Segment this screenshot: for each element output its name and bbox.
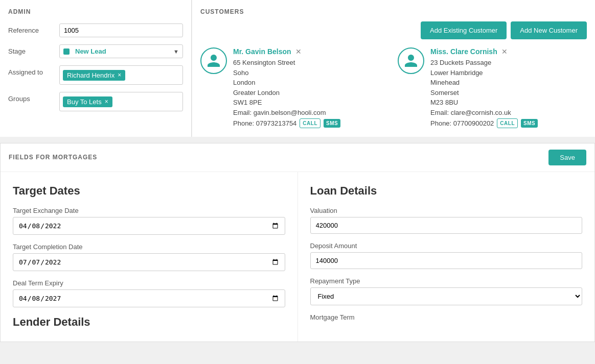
deal-expiry-label: Deal Term Expiry bbox=[13, 279, 285, 287]
assigned-tag-richard[interactable]: Richard Hendrix × bbox=[63, 70, 125, 81]
phone-text-gavin: Phone: 07973213754 bbox=[233, 118, 296, 129]
mortgages-body: Target Dates Target Exchange Date Target… bbox=[1, 172, 594, 342]
customers-title: CUSTOMERS bbox=[200, 8, 587, 15]
address-city: London bbox=[233, 78, 390, 88]
call-badge-gavin[interactable]: CALL bbox=[300, 118, 321, 128]
group-tag-label: Buy To Lets bbox=[67, 98, 102, 106]
address-county: Somerset bbox=[430, 88, 587, 98]
assigned-to-container: Richard Hendrix × bbox=[59, 65, 183, 85]
phone-text-clare: Phone: 07700900202 bbox=[430, 118, 494, 129]
completion-date-input[interactable] bbox=[13, 253, 285, 271]
customer-email-clare: Email: clare@cornish.co.uk bbox=[430, 108, 587, 118]
customer-name-link-gavin[interactable]: Mr. Gavin Belson bbox=[233, 47, 291, 56]
deposit-input[interactable] bbox=[310, 252, 583, 269]
target-dates-column: Target Dates Target Exchange Date Target… bbox=[1, 172, 298, 342]
address-postcode: M23 8BU bbox=[430, 98, 587, 108]
person-icon bbox=[403, 53, 419, 68]
customer-name-row-gavin: Mr. Gavin Belson ✕ bbox=[233, 47, 390, 56]
person-icon bbox=[206, 53, 221, 68]
remove-assigned-icon[interactable]: × bbox=[118, 71, 121, 79]
remove-group-icon[interactable]: × bbox=[105, 98, 108, 105]
customer-info-clare: Miss. Clare Cornish ✕ 23 Duckets Passage… bbox=[430, 47, 587, 129]
valuation-input[interactable] bbox=[310, 217, 583, 234]
customer-avatar-clare bbox=[398, 47, 424, 74]
assigned-to-row: Assigned to Richard Hendrix × bbox=[8, 65, 183, 85]
deposit-label: Deposit Amount bbox=[310, 242, 583, 250]
customer-name-link-clare[interactable]: Miss. Clare Cornish bbox=[430, 47, 497, 56]
deal-expiry-input[interactable] bbox=[13, 289, 285, 307]
mortgages-header: FIELDS FOR MORTGAGES Save bbox=[1, 143, 594, 172]
sms-badge-gavin[interactable]: SMS bbox=[324, 119, 340, 128]
customers-panel: CUSTOMERS Add Existing Customer Add New … bbox=[192, 0, 595, 137]
groups-row: Groups Buy To Lets × bbox=[8, 92, 183, 111]
mortgages-section: FIELDS FOR MORTGAGES Save Target Dates T… bbox=[0, 143, 595, 342]
valuation-label: Valuation bbox=[310, 207, 583, 214]
completion-date-label: Target Completion Date bbox=[13, 243, 285, 251]
valuation-group: Valuation bbox=[310, 207, 583, 234]
address-county: Greater London bbox=[233, 88, 390, 98]
customers-grid: Mr. Gavin Belson ✕ 65 Kensington Street … bbox=[200, 47, 587, 129]
customer-name-row-clare: Miss. Clare Cornish ✕ bbox=[430, 47, 587, 56]
customer-avatar-gavin bbox=[200, 47, 227, 74]
save-button[interactable]: Save bbox=[548, 150, 586, 165]
reference-input[interactable] bbox=[59, 23, 183, 37]
mortgage-term-group: Mortgage Term bbox=[310, 313, 583, 321]
assigned-tag-label: Richard Hendrix bbox=[67, 71, 115, 79]
address-line1: 65 Kensington Street bbox=[233, 58, 390, 68]
completion-date-group: Target Completion Date bbox=[13, 243, 285, 271]
call-badge-clare[interactable]: CALL bbox=[497, 118, 518, 128]
reference-label: Reference bbox=[8, 23, 59, 34]
stage-select[interactable]: New Lead In Progress Completed Lost bbox=[59, 44, 183, 58]
customer-card-clare: Miss. Clare Cornish ✕ 23 Duckets Passage… bbox=[398, 47, 587, 129]
address-postcode: SW1 8PE bbox=[233, 98, 390, 108]
customer-address-clare: 23 Duckets Passage Lower Hambridge Mineh… bbox=[430, 58, 587, 129]
exchange-date-input[interactable] bbox=[13, 217, 285, 235]
customer-phone-row-clare: Phone: 07700900202 CALL SMS bbox=[430, 118, 587, 129]
repayment-type-select[interactable]: Fixed Variable Interest Only Tracker bbox=[310, 287, 583, 305]
remove-customer-gavin-icon[interactable]: ✕ bbox=[295, 47, 302, 56]
groups-label: Groups bbox=[8, 92, 59, 103]
address-line1: 23 Duckets Passage bbox=[430, 58, 587, 68]
customer-email-gavin: Email: gavin.belson@hooli.com bbox=[233, 108, 390, 118]
address-city: Minehead bbox=[430, 78, 587, 88]
target-dates-heading: Target Dates bbox=[13, 184, 285, 198]
lender-details-heading: Lender Details bbox=[13, 316, 285, 329]
address-line2: Soho bbox=[233, 68, 390, 78]
groups-container: Buy To Lets × bbox=[59, 92, 183, 111]
customer-address-gavin: 65 Kensington Street Soho London Greater… bbox=[233, 58, 390, 129]
loan-details-column: Loan Details Valuation Deposit Amount Re… bbox=[298, 172, 595, 342]
mortgages-title: FIELDS FOR MORTGAGES bbox=[9, 154, 97, 161]
add-existing-customer-button[interactable]: Add Existing Customer bbox=[421, 21, 507, 39]
address-line2: Lower Hambridge bbox=[430, 68, 587, 78]
customer-card-gavin: Mr. Gavin Belson ✕ 65 Kensington Street … bbox=[200, 47, 390, 129]
reference-row: Reference bbox=[8, 23, 183, 37]
group-tag-btl[interactable]: Buy To Lets × bbox=[63, 96, 112, 107]
remove-customer-clare-icon[interactable]: ✕ bbox=[501, 47, 508, 56]
customers-actions: Add Existing Customer Add New Customer bbox=[200, 21, 587, 39]
repayment-type-label: Repayment Type bbox=[310, 277, 583, 285]
stage-row: Stage New Lead In Progress Completed Los… bbox=[8, 44, 183, 58]
loan-details-heading: Loan Details bbox=[310, 184, 583, 198]
customer-phone-row-gavin: Phone: 07973213754 CALL SMS bbox=[233, 118, 390, 129]
admin-title: ADMIN bbox=[8, 8, 183, 15]
mortgage-term-label: Mortgage Term bbox=[310, 313, 583, 321]
deal-expiry-group: Deal Term Expiry bbox=[13, 279, 285, 307]
customer-info-gavin: Mr. Gavin Belson ✕ 65 Kensington Street … bbox=[233, 47, 390, 129]
exchange-date-group: Target Exchange Date bbox=[13, 207, 285, 235]
deposit-group: Deposit Amount bbox=[310, 242, 583, 269]
repayment-type-group: Repayment Type Fixed Variable Interest O… bbox=[310, 277, 583, 305]
exchange-date-label: Target Exchange Date bbox=[13, 207, 285, 214]
assigned-to-label: Assigned to bbox=[8, 65, 59, 76]
sms-badge-clare[interactable]: SMS bbox=[521, 119, 538, 128]
add-new-customer-button[interactable]: Add New Customer bbox=[511, 21, 587, 39]
admin-panel: ADMIN Reference Stage New Lead In Progre… bbox=[0, 0, 192, 137]
stage-label: Stage bbox=[8, 44, 59, 55]
